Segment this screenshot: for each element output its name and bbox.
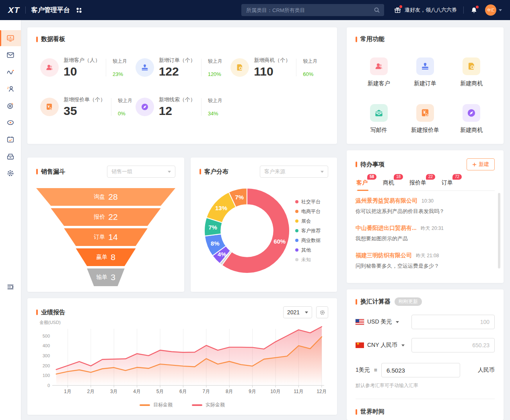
svg-text:1月: 1月 bbox=[64, 389, 72, 394]
invite-friends-link[interactable]: 邀好友，领八八六六券 bbox=[394, 6, 457, 14]
sidebar-item-products[interactable] bbox=[0, 148, 21, 164]
rate-input[interactable] bbox=[381, 363, 460, 377]
sales-funnel-card: 销售漏斗 销售一组 询盘28报价22订单14赢单8输单3 bbox=[27, 158, 184, 292]
legend-label: 未知 bbox=[301, 255, 311, 264]
sidebar-item-opportunities[interactable] bbox=[0, 98, 21, 114]
stat-change: 34% bbox=[208, 111, 222, 117]
tab-label: 订单 bbox=[442, 179, 453, 186]
legend-item[interactable]: 商业数据 bbox=[295, 236, 321, 245]
sidebar-item-settings[interactable] bbox=[0, 165, 21, 181]
legend-item[interactable]: 其他 bbox=[295, 245, 321, 255]
quick-action-new-opportunity-2[interactable]: 新建商机 bbox=[460, 104, 483, 134]
sidebar-item-leads-trend[interactable] bbox=[0, 64, 21, 80]
todo-item[interactable]: 温州景秀益贸易有限公司 10:30 你可以把这系列产品的价目表发我吗？ bbox=[356, 197, 495, 215]
funnel-stage: 订单14 bbox=[36, 228, 175, 246]
funnel-stage: 询盘28 bbox=[36, 188, 175, 206]
sidebar-item-schedule[interactable] bbox=[0, 131, 21, 148]
stat-label: 新增客户（人） bbox=[64, 57, 100, 64]
tab-customers[interactable]: 客户 58 bbox=[356, 177, 368, 191]
tab-quotes[interactable]: 报价单 22 bbox=[409, 177, 427, 191]
notification-dot bbox=[399, 5, 402, 8]
todo-company-link[interactable]: 福建三明纺织有限公司 bbox=[356, 252, 412, 259]
legend-item[interactable]: 社交平台 bbox=[295, 197, 321, 207]
bell-icon[interactable] bbox=[470, 6, 478, 14]
stat-change: 60% bbox=[303, 71, 317, 77]
stat-card-new-customers: 新增客户（人） 10 较上月 23% bbox=[40, 57, 136, 78]
sidebar-item-dashboard[interactable] bbox=[0, 30, 21, 46]
from-amount-input[interactable] bbox=[411, 315, 495, 329]
divider bbox=[201, 98, 202, 116]
todo-time: 昨天 20:31 bbox=[421, 225, 444, 232]
legend-label: 展会 bbox=[301, 216, 311, 226]
quick-action-label: 新建客户 bbox=[368, 80, 390, 87]
sidebar-item-customers[interactable] bbox=[0, 81, 21, 97]
legend-label: 客户推荐 bbox=[301, 226, 321, 236]
legend-item[interactable]: 电商平台 bbox=[295, 207, 321, 216]
legend-label: 社交平台 bbox=[301, 197, 321, 207]
todo-item[interactable]: 福建三明纺织有限公司 昨天 21:08 问到秘鲁要多久，空运运费是多少？ bbox=[356, 252, 495, 270]
svg-text:¥: ¥ bbox=[47, 104, 49, 109]
collapse-menu-icon bbox=[6, 283, 15, 291]
disc-eye-icon bbox=[6, 118, 15, 127]
legend-item[interactable]: 实际金额 bbox=[192, 402, 225, 408]
customer-source-select[interactable]: 客户来源 bbox=[260, 166, 328, 178]
to-currency-select[interactable]: CNY 人民币 bbox=[356, 342, 411, 349]
divider bbox=[296, 59, 296, 76]
legend-item[interactable]: 未知 bbox=[295, 255, 321, 264]
legend-dot bbox=[295, 258, 298, 261]
legend-item[interactable]: 目标金额 bbox=[140, 402, 173, 408]
quick-action-new-order[interactable]: 新建订单 bbox=[414, 57, 436, 87]
quick-actions-card: 常用功能 新建客户 bbox=[347, 27, 504, 144]
tab-orders[interactable]: 订单 72 bbox=[441, 177, 454, 191]
chart-settings-button[interactable] bbox=[316, 306, 328, 318]
search-input[interactable] bbox=[241, 4, 384, 16]
quick-action-label: 新建商机 bbox=[460, 127, 483, 134]
todo-company-link[interactable]: 温州景秀益贸易有限公司 bbox=[356, 197, 417, 205]
data-dashboard-card: 数据看板 新增客户（人） 10 bbox=[27, 27, 337, 144]
legend-item[interactable]: 客户推荐 bbox=[295, 226, 321, 236]
divider bbox=[356, 399, 495, 399]
svg-text:8月: 8月 bbox=[226, 389, 233, 394]
tab-opportunities[interactable]: 商机 18 bbox=[382, 177, 395, 191]
legend-label: 实际金额 bbox=[206, 402, 225, 408]
to-amount-input[interactable] bbox=[411, 338, 495, 352]
todo-company-link[interactable]: 中山番阳进出口贸易有... bbox=[356, 225, 417, 232]
svg-text:7月: 7月 bbox=[202, 389, 210, 394]
svg-text:100: 100 bbox=[43, 373, 50, 378]
scrollbar-thumb[interactable] bbox=[498, 193, 500, 268]
dashboard-icon bbox=[6, 34, 15, 43]
stamp-icon bbox=[136, 58, 154, 77]
svg-text:13%: 13% bbox=[215, 205, 227, 211]
customer-distribution-card: 客户分布 客户来源 60%4%8%7%13%7% 社交平台电商平台展会客户推荐商… bbox=[191, 158, 337, 292]
quick-action-new-customer[interactable]: 新建客户 bbox=[368, 57, 390, 87]
sidebar-item-mail[interactable] bbox=[0, 47, 21, 63]
year-select[interactable]: 2021 bbox=[283, 306, 312, 318]
sidebar-item-tracking[interactable] bbox=[0, 115, 21, 131]
legend-item[interactable]: 展会 bbox=[295, 216, 321, 226]
quick-action-write-email[interactable]: 写邮件 bbox=[370, 104, 388, 134]
funnel-chart: 询盘28报价22订单14赢单8输单3 bbox=[36, 188, 175, 286]
currency-label: USD 美元 bbox=[367, 318, 392, 326]
sales-group-select[interactable]: 销售一组 bbox=[107, 166, 175, 178]
chevron-down-icon[interactable] bbox=[499, 9, 502, 11]
chevron-down-icon bbox=[168, 171, 171, 173]
stat-change: 0% bbox=[118, 111, 132, 117]
funnel-stage-label: 输单 bbox=[96, 274, 107, 281]
avatar[interactable]: 夺汇 bbox=[485, 4, 496, 16]
svg-text:5月: 5月 bbox=[156, 389, 164, 394]
apps-grid-icon[interactable] bbox=[75, 6, 83, 14]
quick-action-new-opportunity[interactable]: 新建商机 bbox=[460, 57, 483, 87]
sidebar-collapse-button[interactable] bbox=[0, 283, 21, 291]
svg-text:7%: 7% bbox=[235, 194, 244, 201]
new-todo-button[interactable]: 新建 bbox=[467, 158, 495, 170]
gear-icon bbox=[6, 169, 15, 178]
todo-item[interactable]: 中山番阳进出口贸易有... 昨天 20:31 我想要如图所示的产品 bbox=[356, 225, 495, 242]
search-icon[interactable] bbox=[374, 7, 380, 13]
funnel-stage: 报价22 bbox=[36, 208, 175, 226]
todo-tabs: 客户 58 商机 18 报价单 22 订单 72 bbox=[356, 177, 495, 191]
tab-badge: 22 bbox=[426, 174, 435, 180]
stat-value: 10 bbox=[64, 65, 100, 78]
from-currency-select[interactable]: USD 美元 bbox=[356, 318, 411, 326]
performance-area-chart: 1月2月3月4月5月6月7月8月9月10月11月12月0100200300400… bbox=[36, 318, 328, 401]
quick-action-new-quote[interactable]: ¥ 新建报价单 bbox=[411, 104, 439, 134]
